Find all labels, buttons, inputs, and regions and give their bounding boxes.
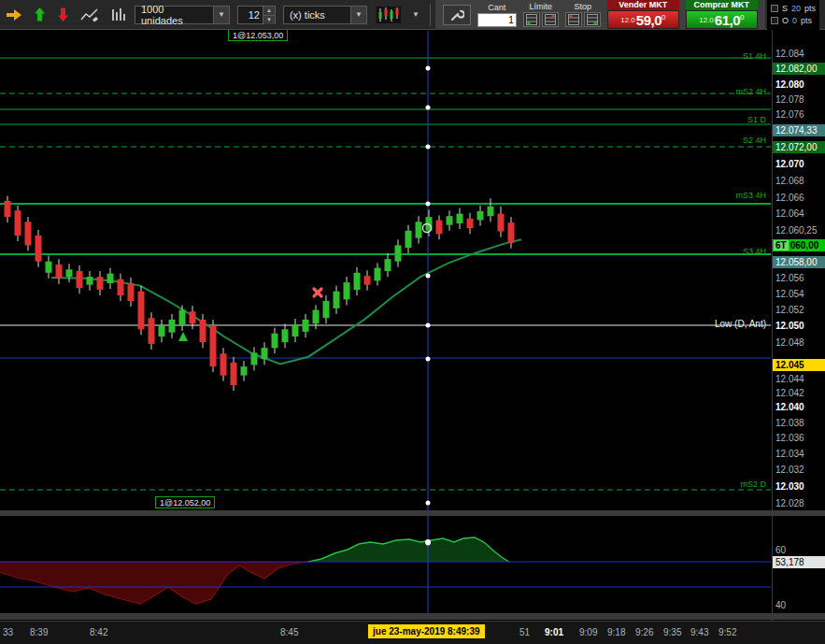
stop-row-label: S: [782, 4, 788, 13]
candle-body: [344, 282, 350, 299]
candle-body: [436, 221, 443, 235]
candle-body: [498, 214, 505, 232]
price-axis-label: 12.028: [773, 497, 825, 509]
candle-body: [159, 325, 165, 336]
candle-body: [107, 274, 114, 283]
toolbar: 1000 unidades ▼ 12 ▲▼ (x) ticks ▼ ▼: [0, 0, 825, 30]
chevron-down-icon: ▼: [350, 7, 366, 23]
spinner-buttons[interactable]: ▲▼: [263, 7, 275, 23]
candle-body: [262, 348, 268, 359]
price-axis-badge: 12.045: [773, 359, 825, 371]
time-axis[interactable]: 338:398:428:45519:019:099:189:269:359:43…: [0, 621, 825, 644]
stop-sell-button[interactable]: [584, 12, 601, 27]
price-axis-badge: 12.074,33: [773, 124, 825, 136]
quantity-label: Cant: [488, 3, 505, 12]
candle-body: [292, 324, 299, 336]
chart-type-button[interactable]: [373, 5, 405, 25]
limit-order-group: Límite: [523, 2, 559, 27]
buy-market-label: Comprar MKT: [686, 0, 758, 10]
candle-body: [488, 207, 494, 216]
price-axis-label: 12.034: [773, 448, 825, 460]
stop-pts-value[interactable]: 20: [791, 4, 801, 13]
sell-price-prefix: 12.0: [620, 16, 635, 24]
candle-body: [128, 283, 135, 301]
buy-arrow-button[interactable]: [30, 6, 50, 23]
panel-splitter[interactable]: [0, 510, 825, 516]
price-axis-label: 12.068: [773, 175, 825, 187]
price-axis[interactable]: 12.08412.082,0012.08012.07812.07612.074,…: [772, 0, 825, 621]
price-axis-label: 12.042: [773, 387, 825, 399]
trade-settings-button[interactable]: [443, 5, 471, 25]
crosshair-dot: [426, 106, 431, 110]
order-qty-prefix: 6T: [774, 240, 789, 250]
stop-checkbox[interactable]: [771, 5, 778, 12]
interval-type-value: (x) ticks: [290, 9, 325, 21]
candle-body: [36, 236, 42, 262]
chart-canvas[interactable]: [0, 0, 825, 644]
objective-pts-value[interactable]: 0: [792, 16, 797, 25]
limit-buy-button[interactable]: [523, 12, 540, 27]
objective-pts-unit: pts: [801, 16, 812, 25]
stop-buy-button[interactable]: [565, 12, 582, 27]
candle-body: [303, 320, 309, 332]
candle-body: [241, 366, 248, 376]
indicator-value-dot: [425, 539, 431, 545]
candle-body: [313, 310, 320, 324]
candlestick-chart-icon: [377, 7, 401, 23]
order-tag[interactable]: 1@12.053,00: [228, 29, 288, 41]
price-axis-label: 12.032: [773, 464, 825, 476]
stop-label: Stop: [575, 2, 592, 11]
candle-body: [220, 353, 227, 375]
price-axis-label: 12.060,25: [773, 224, 825, 236]
interval-type-dropdown[interactable]: (x) ticks ▼: [283, 6, 367, 24]
arrow-right-icon: [6, 8, 22, 21]
crosshair-dot: [426, 274, 431, 279]
trade-panel: Cant Límite Stop: [435, 0, 765, 30]
time-label: 9:35: [663, 627, 681, 637]
chevron-down-icon: ▼: [213, 7, 229, 23]
price-axis-badge: 12.082,00: [773, 63, 825, 75]
sell-arrow-button[interactable]: [53, 6, 73, 23]
candle-body: [200, 320, 206, 342]
price-axis-label: 12.066: [773, 192, 825, 204]
spin-up-icon[interactable]: ▲: [263, 7, 275, 16]
chart-type-dropdown-button[interactable]: ▼: [408, 8, 423, 21]
sell-market-button[interactable]: Vender MKT 12.0 59,0 0: [607, 0, 679, 29]
volume-profile-button[interactable]: [107, 6, 129, 24]
buy-market-button[interactable]: Comprar MKT 12.0 61,0 0: [686, 0, 758, 29]
candle-body: [467, 219, 474, 228]
candle-body: [210, 325, 217, 366]
crosshair-time-badge: jue 23-may-2019 8:49:39: [368, 624, 485, 638]
crosshair-dot: [426, 145, 431, 150]
candle-body: [354, 273, 361, 290]
candle-body: [375, 268, 381, 281]
candle-body: [477, 211, 484, 221]
trading-platform-window: S1 4HmS2 4HS1 DS2 4HmS3 4HS3 4HmS2 DLow …: [0, 0, 825, 644]
candle-body: [416, 222, 422, 237]
limit-sell-button[interactable]: [542, 12, 559, 27]
price-axis-label: 12.040: [773, 401, 825, 413]
panel-splitter-bottom[interactable]: [0, 613, 825, 620]
interval-spinner[interactable]: 12 ▲▼: [237, 6, 276, 24]
time-label: 9:18: [607, 627, 625, 637]
order-tag[interactable]: 1@12.052,00: [155, 496, 215, 508]
candle-body: [179, 310, 186, 325]
objective-row-label: O: [782, 16, 789, 25]
indicator-axis-label: 40: [773, 599, 825, 611]
time-label: 8:45: [280, 627, 298, 637]
drawing-tools-button[interactable]: [77, 6, 104, 24]
price-axis-label: 12.050: [773, 320, 825, 332]
objective-checkbox[interactable]: [771, 17, 778, 24]
ladder-stop-buy-icon: [568, 14, 579, 25]
time-label: 9:09: [579, 627, 597, 637]
scroll-to-end-button[interactable]: [2, 7, 26, 23]
ladder-buy-icon: [526, 14, 537, 25]
candle-body: [457, 214, 463, 223]
quantity-input[interactable]: [477, 13, 517, 27]
spin-down-icon[interactable]: ▼: [263, 16, 275, 24]
sell-price-sup: 0: [661, 13, 665, 21]
stop-pts-unit: pts: [804, 4, 816, 13]
candle-body: [272, 334, 278, 349]
units-dropdown[interactable]: 1000 unidades ▼: [135, 6, 230, 24]
candle-body: [385, 259, 391, 271]
